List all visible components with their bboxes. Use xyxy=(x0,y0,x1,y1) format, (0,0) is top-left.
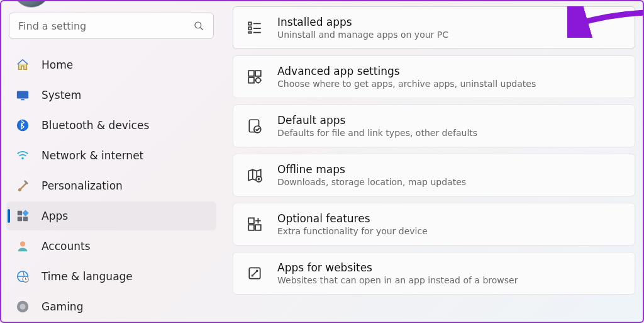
svg-line-1 xyxy=(201,28,203,30)
sidebar-item-label: Personalization xyxy=(42,179,123,192)
card-title: Installed apps xyxy=(277,16,448,28)
card-subtitle: Extra functionality for your device xyxy=(277,226,428,236)
sidebar-item-label: Gaming xyxy=(42,300,83,313)
main-content: Installed apps Uninstall and manage apps… xyxy=(228,1,643,322)
apps-for-websites-icon xyxy=(246,264,264,282)
svg-rect-22 xyxy=(255,71,261,76)
card-advanced-app-settings[interactable]: Advanced app settings Choose where to ge… xyxy=(233,55,635,98)
sidebar-item-label: System xyxy=(42,89,81,101)
sidebar-item-personalization[interactable]: Personalization xyxy=(6,171,216,200)
svg-rect-23 xyxy=(248,77,254,83)
home-icon xyxy=(15,57,30,72)
sidebar-item-label: Accounts xyxy=(42,240,91,252)
card-optional-features[interactable]: Optional features Extra functionality fo… xyxy=(233,203,635,246)
card-title: Optional features xyxy=(277,212,428,225)
card-title: Default apps xyxy=(277,114,477,127)
apps-icon xyxy=(15,208,30,224)
card-subtitle: Defaults for file and link types, other … xyxy=(277,128,477,138)
sidebar-item-label: Time & language xyxy=(42,270,133,283)
bluetooth-icon xyxy=(15,118,30,133)
svg-rect-21 xyxy=(248,71,254,76)
default-apps-icon xyxy=(246,117,264,135)
sidebar-item-gaming[interactable]: Gaming xyxy=(6,292,216,321)
svg-rect-9 xyxy=(23,217,28,221)
svg-point-10 xyxy=(20,241,25,246)
card-installed-apps[interactable]: Installed apps Uninstall and manage apps… xyxy=(233,6,635,49)
svg-point-5 xyxy=(21,157,24,160)
sidebar-item-label: Network & internet xyxy=(42,149,143,162)
card-title: Advanced app settings xyxy=(277,65,536,77)
user-avatar[interactable] xyxy=(13,0,50,8)
advanced-settings-icon xyxy=(246,68,264,86)
card-title: Offline maps xyxy=(277,163,466,176)
svg-rect-8 xyxy=(18,217,22,221)
gaming-icon xyxy=(15,299,30,314)
system-icon xyxy=(15,88,30,103)
card-default-apps[interactable]: Default apps Defaults for file and link … xyxy=(233,105,635,147)
sidebar-item-label: Apps xyxy=(42,210,68,222)
paintbrush-icon xyxy=(15,178,30,193)
svg-rect-17 xyxy=(248,32,251,33)
sidebar-item-apps[interactable]: Apps xyxy=(6,201,216,230)
svg-rect-28 xyxy=(248,218,254,224)
search-box[interactable] xyxy=(9,13,214,39)
sidebar-item-network[interactable]: Network & internet xyxy=(6,141,216,170)
sidebar-item-label: Home xyxy=(42,59,73,71)
svg-rect-7 xyxy=(22,210,28,216)
sidebar-item-home[interactable]: Home xyxy=(6,50,216,79)
svg-rect-3 xyxy=(21,99,25,100)
search-icon xyxy=(193,20,204,31)
card-subtitle: Downloads, storage location, map updates xyxy=(277,177,466,187)
nav-list: Home System Bluetooth & devices Network … xyxy=(6,50,216,321)
svg-point-14 xyxy=(19,303,25,309)
wifi-icon xyxy=(15,148,30,163)
optional-features-icon xyxy=(246,215,264,233)
svg-point-24 xyxy=(256,78,261,83)
accounts-icon xyxy=(15,239,30,254)
sidebar-item-accounts[interactable]: Accounts xyxy=(6,232,216,261)
sidebar: Home System Bluetooth & devices Network … xyxy=(1,1,228,322)
card-title: Apps for websites xyxy=(277,261,518,274)
svg-rect-2 xyxy=(17,91,28,99)
search-input[interactable] xyxy=(18,20,193,32)
installed-apps-icon xyxy=(246,19,264,37)
sidebar-item-label: Bluetooth & devices xyxy=(42,119,149,132)
sidebar-item-bluetooth[interactable]: Bluetooth & devices xyxy=(6,111,216,140)
card-subtitle: Websites that can open in an app instead… xyxy=(277,275,518,285)
svg-rect-29 xyxy=(248,225,254,230)
sidebar-item-time-language[interactable]: Time & language xyxy=(6,262,216,291)
card-apps-for-websites[interactable]: Apps for websites Websites that can open… xyxy=(233,252,635,295)
offline-maps-icon xyxy=(246,166,264,184)
svg-point-0 xyxy=(195,22,201,28)
svg-rect-30 xyxy=(255,225,261,230)
card-offline-maps[interactable]: Offline maps Downloads, storage location… xyxy=(233,154,635,196)
svg-rect-6 xyxy=(18,211,22,215)
card-subtitle: Uninstall and manage apps on your PC xyxy=(277,30,448,40)
svg-rect-15 xyxy=(248,22,251,25)
clock-globe-icon xyxy=(15,269,30,284)
card-subtitle: Choose where to get apps, archive apps, … xyxy=(277,79,536,89)
sidebar-item-system[interactable]: System xyxy=(6,81,216,110)
svg-rect-16 xyxy=(248,27,251,30)
